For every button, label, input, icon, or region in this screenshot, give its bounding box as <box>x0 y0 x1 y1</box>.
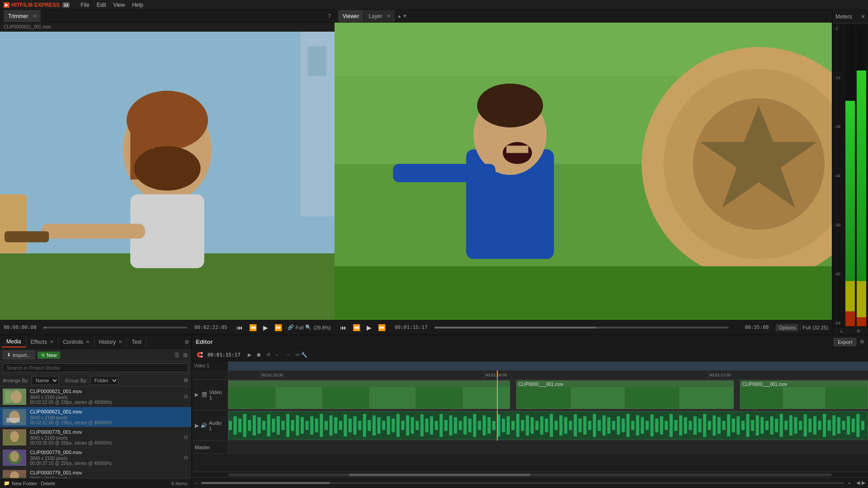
media-item-selected[interactable]: CLIP0000621_001.mov 3840 x 2160 pixels 0… <box>0 407 191 427</box>
viewer-scrubber[interactable] <box>434 327 729 328</box>
media-thumb-4 <box>3 470 26 478</box>
media-item-2[interactable]: CLIP0000778_001.mov 3840 x 2160 pixels 0… <box>0 427 191 448</box>
tab-history[interactable]: History ✕ <box>94 337 127 347</box>
tab-media[interactable]: Media <box>2 337 26 347</box>
timeline-scrollbar-thumb[interactable] <box>349 474 530 476</box>
editor-in-btn[interactable]: ← <box>274 351 282 359</box>
timeline-nav-prev-btn[interactable]: ◀ <box>856 480 860 486</box>
video-track-row: ▶ 🎬 Video 1 <box>192 380 868 410</box>
new-folder-button[interactable]: 📁 New Folder <box>4 480 37 486</box>
tab-effects-close[interactable]: ✕ <box>50 339 53 344</box>
layer-close-btn[interactable]: ✕ <box>387 14 391 19</box>
media-settings-icon-3[interactable]: ⚙ <box>184 455 189 461</box>
svg-rect-171 <box>794 417 797 434</box>
viewer-tab[interactable]: Viewer <box>338 10 364 22</box>
trimmer-skip-start-btn[interactable]: ⏮ <box>235 324 245 331</box>
viewer-prev-arrow[interactable]: ▲ <box>397 14 402 19</box>
timeline-zoom-in-btn[interactable]: + <box>848 480 851 486</box>
clip-2-label: CLIP0000___001.mov <box>519 382 564 387</box>
menu-file[interactable]: File <box>80 2 89 8</box>
editor-more-tools: ✂ 🔧 <box>296 352 307 358</box>
media-settings-icon-2[interactable]: ⚙ <box>184 434 189 441</box>
search-input[interactable] <box>3 363 189 372</box>
meters-close-btn[interactable]: ✕ <box>861 14 865 20</box>
delete-button[interactable]: Delete <box>41 481 55 486</box>
video-track-content[interactable]: CLIP0000___001.mov CLIP0000_ <box>228 380 868 410</box>
viewer-next-frame-btn[interactable]: ⏩ <box>376 324 387 331</box>
svg-rect-111 <box>507 416 510 435</box>
track-expand-icon[interactable]: ▶ <box>195 392 198 398</box>
editor-loop-btn[interactable]: ↺ <box>264 351 272 359</box>
editor-stop-btn[interactable]: ⏹ <box>255 351 263 359</box>
media-panel-settings-icon[interactable]: ⚙ <box>184 339 189 345</box>
media-item-3[interactable]: CLIP0000779_000.mov 3840 x 2160 pixels 0… <box>0 448 191 468</box>
tab-effects[interactable]: Effects ✕ <box>26 337 58 347</box>
svg-rect-142 <box>655 418 658 432</box>
viewer-play-btn[interactable]: ▶ <box>365 324 373 331</box>
audio-clip-1[interactable] <box>228 411 868 440</box>
media-item-4[interactable]: CLIP0000779_001.mov 3840 x 2160 pixels 0… <box>0 468 191 478</box>
grid-view-icon[interactable]: ⊞ <box>182 351 189 359</box>
media-settings-icon-0[interactable]: ⚙ <box>184 394 189 400</box>
svg-rect-65 <box>286 414 289 437</box>
list-view-icon[interactable]: ☰ <box>174 351 180 359</box>
svg-rect-158 <box>732 418 735 432</box>
viewer-next-arrow[interactable]: ▼ <box>402 14 407 19</box>
audio-track-content[interactable] <box>228 410 868 441</box>
menu-view[interactable]: View <box>113 2 125 8</box>
svg-rect-66 <box>291 420 294 431</box>
viewer-full-label[interactable]: Full <box>802 325 811 330</box>
import-button[interactable]: ⬇ Import... <box>3 351 35 359</box>
viewer-options-btn[interactable]: Options <box>776 324 798 331</box>
trimmer-prev-frame-btn[interactable]: ⏪ <box>247 324 259 331</box>
video-clip-3[interactable]: CLIP0000___001.mov <box>740 380 868 409</box>
editor-magnet-btn[interactable]: 🧲 <box>195 351 205 359</box>
viewer-skip-start-btn[interactable]: ⏮ <box>338 324 348 331</box>
editor-play-btn[interactable]: ▶ <box>246 351 253 359</box>
menu-help[interactable]: Help <box>132 2 143 8</box>
view-icons: ☰ ⊞ <box>174 351 189 359</box>
group-select[interactable]: Folder <box>90 376 118 385</box>
tab-text[interactable]: Text <box>127 337 146 347</box>
trimmer-close-btn[interactable]: ✕ <box>33 14 36 19</box>
arrange-settings-icon[interactable]: ⚙ <box>184 377 189 384</box>
audio-expand-icon[interactable]: ▶ <box>195 422 199 429</box>
svg-rect-57 <box>248 420 251 431</box>
media-filename-1: CLIP0000621_001.mov <box>30 409 189 414</box>
trimmer-play-btn[interactable]: ▶ <box>261 324 270 331</box>
viewer-prev-frame-btn[interactable]: ⏪ <box>351 324 362 331</box>
ruler-mark-3: 00:01:17:00 <box>708 371 731 379</box>
svg-rect-59 <box>258 417 261 434</box>
timeline-scrollbar[interactable] <box>228 474 832 476</box>
media-item[interactable]: CLIP0000621_001.mov 3840 x 2160 pixels 0… <box>0 387 191 407</box>
meters-panel: Meters ✕ -2 -12 -18 -24 -30 -42 -54 <box>832 10 868 334</box>
thumb-svg-2 <box>3 429 26 446</box>
export-button[interactable]: Export <box>834 338 856 346</box>
video-clip-1[interactable] <box>228 380 510 409</box>
tab-history-close[interactable]: ✕ <box>118 339 122 344</box>
timeline-zoom-slider[interactable] <box>201 482 844 484</box>
timeline-nav-next-btn[interactable]: ▶ <box>862 480 865 486</box>
new-button[interactable]: New <box>38 352 60 359</box>
trimmer-scrubber[interactable] <box>43 327 188 328</box>
arrange-select[interactable]: Name <box>32 376 59 385</box>
trimmer-tab[interactable]: Trimmer ✕ <box>4 10 41 22</box>
editor-settings-icon[interactable]: ⚙ <box>860 339 864 345</box>
menu-edit[interactable]: Edit <box>97 2 106 8</box>
app-name: HITFILM EXPRESS <box>11 2 60 8</box>
trimmer-next-frame-btn[interactable]: ⏩ <box>273 324 284 331</box>
layer-tab[interactable]: Layer ✕ <box>364 10 395 22</box>
trimmer-help-icon[interactable]: ? <box>328 13 331 19</box>
svg-rect-176 <box>818 421 821 430</box>
trimmer-full-label[interactable]: Full <box>296 325 304 330</box>
svg-rect-91 <box>411 417 414 434</box>
editor-out-btn[interactable]: → <box>283 351 292 359</box>
tab-controls-close[interactable]: ✕ <box>86 339 90 344</box>
media-filename-4: CLIP0000779_001.mov <box>30 470 189 475</box>
clip-3-strip <box>741 387 868 408</box>
tab-controls[interactable]: Controls ✕ <box>58 337 94 347</box>
timeline-zoom-out-btn[interactable]: − <box>195 480 198 486</box>
svg-rect-93 <box>420 414 424 436</box>
video-clip-2[interactable]: CLIP0000___001.mov <box>516 380 734 409</box>
vu-fill-left-red <box>845 311 855 326</box>
